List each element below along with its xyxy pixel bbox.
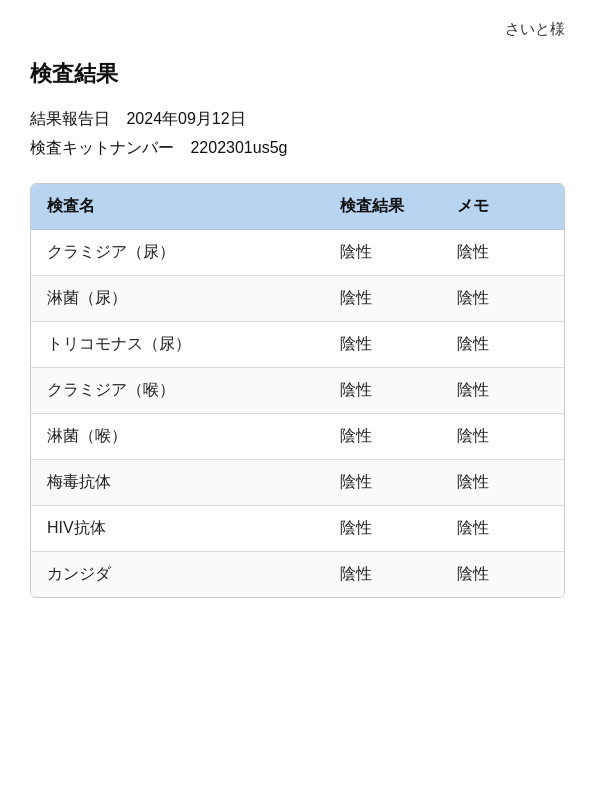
- kit-number-row: 検査キットナンバー 2202301us5g: [30, 138, 565, 159]
- cell-test-result: 陰性: [324, 506, 441, 552]
- report-date-value: 2024年09月12日: [126, 109, 245, 130]
- cell-test-name: 淋菌（喉）: [31, 414, 324, 460]
- col-header-memo: メモ: [441, 184, 564, 230]
- page-title: 検査結果: [30, 59, 565, 89]
- user-name: さいと様: [30, 20, 565, 39]
- cell-test-result: 陰性: [324, 230, 441, 276]
- cell-test-name: 淋菌（尿）: [31, 276, 324, 322]
- col-header-result: 検査結果: [324, 184, 441, 230]
- cell-test-memo: 陰性: [441, 552, 564, 598]
- cell-test-memo: 陰性: [441, 322, 564, 368]
- table-row: カンジダ陰性陰性: [31, 552, 564, 598]
- cell-test-result: 陰性: [324, 460, 441, 506]
- report-date-row: 結果報告日 2024年09月12日: [30, 109, 565, 130]
- cell-test-result: 陰性: [324, 368, 441, 414]
- cell-test-name: カンジダ: [31, 552, 324, 598]
- cell-test-memo: 陰性: [441, 460, 564, 506]
- table-row: 淋菌（尿）陰性陰性: [31, 276, 564, 322]
- table-row: クラミジア（喉）陰性陰性: [31, 368, 564, 414]
- col-header-name: 検査名: [31, 184, 324, 230]
- results-table: 検査名 検査結果 メモ クラミジア（尿）陰性陰性淋菌（尿）陰性陰性トリコモナス（…: [31, 184, 564, 597]
- table-header-row: 検査名 検査結果 メモ: [31, 184, 564, 230]
- cell-test-memo: 陰性: [441, 276, 564, 322]
- cell-test-memo: 陰性: [441, 506, 564, 552]
- cell-test-memo: 陰性: [441, 368, 564, 414]
- cell-test-name: HIV抗体: [31, 506, 324, 552]
- table-row: トリコモナス（尿）陰性陰性: [31, 322, 564, 368]
- kit-number-value: 2202301us5g: [190, 139, 287, 157]
- kit-number-label: 検査キットナンバー: [30, 138, 174, 159]
- cell-test-name: トリコモナス（尿）: [31, 322, 324, 368]
- cell-test-result: 陰性: [324, 552, 441, 598]
- results-table-container: 検査名 検査結果 メモ クラミジア（尿）陰性陰性淋菌（尿）陰性陰性トリコモナス（…: [30, 183, 565, 598]
- cell-test-result: 陰性: [324, 322, 441, 368]
- table-row: 淋菌（喉）陰性陰性: [31, 414, 564, 460]
- info-section: 結果報告日 2024年09月12日 検査キットナンバー 2202301us5g: [30, 109, 565, 159]
- cell-test-memo: 陰性: [441, 230, 564, 276]
- cell-test-result: 陰性: [324, 414, 441, 460]
- cell-test-name: クラミジア（喉）: [31, 368, 324, 414]
- table-row: 梅毒抗体陰性陰性: [31, 460, 564, 506]
- cell-test-name: クラミジア（尿）: [31, 230, 324, 276]
- table-row: HIV抗体陰性陰性: [31, 506, 564, 552]
- table-row: クラミジア（尿）陰性陰性: [31, 230, 564, 276]
- cell-test-name: 梅毒抗体: [31, 460, 324, 506]
- cell-test-result: 陰性: [324, 276, 441, 322]
- cell-test-memo: 陰性: [441, 414, 564, 460]
- report-date-label: 結果報告日: [30, 109, 110, 130]
